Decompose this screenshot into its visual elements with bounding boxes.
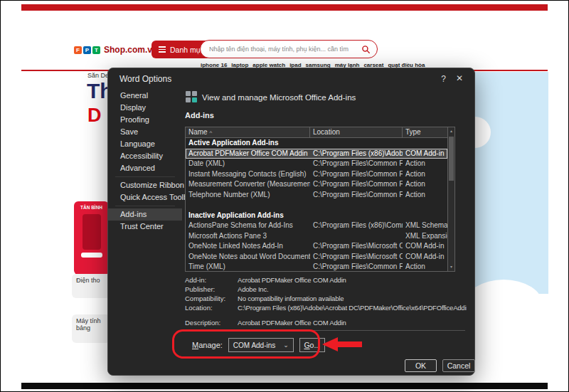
addins-page-header: View and manage Microsoft Office Add-ins (202, 93, 356, 102)
table-row[interactable]: Telephone Number (XML) C:\Program Files\… (186, 190, 447, 201)
fpt-logo-block-t: T (92, 46, 100, 54)
sidebar-item-general[interactable]: General (108, 90, 182, 102)
column-header-name-label: Name (188, 128, 208, 136)
search-icon[interactable] (361, 45, 371, 54)
sidebar-item-proofing[interactable]: Proofing (108, 114, 182, 126)
promo-banner-button (81, 253, 102, 258)
detail-value-publisher: Adobe Inc. (238, 285, 467, 294)
scroll-down-icon[interactable]: ▾ (448, 263, 454, 271)
group-header-inactive: Inactive Application Add-ins (186, 211, 447, 221)
sidebar-separator (115, 206, 175, 206)
addins-table: Name ^ Location Type Active Application … (185, 127, 455, 272)
ok-button[interactable]: OK (405, 359, 437, 372)
detail-label-compatibility: Compatibility: (185, 294, 238, 303)
menu-button-label: Danh mục (170, 46, 204, 54)
detail-label-publisher: Publisher: (185, 285, 238, 294)
addins-section-label: Add-ins (185, 111, 214, 120)
sort-asc-icon: ^ (209, 129, 212, 136)
scrollbar-thumb[interactable] (449, 137, 454, 181)
site-bottom-bar (21, 383, 548, 389)
column-header-name[interactable]: Name ^ (186, 127, 310, 137)
sidebar-item-save[interactable]: Save (108, 126, 182, 138)
promo-banner-text: TÂN BÌNH (78, 201, 106, 211)
sidebar-item-customize-ribbon[interactable]: Customize Ribbon (108, 179, 182, 191)
logo-text: Shop.com.vn (104, 45, 157, 55)
fpt-logo-block-p: P (83, 46, 91, 54)
table-body: Active Application Add-ins Acrobat PDFMa… (186, 138, 447, 271)
annotation-rectangle (172, 329, 320, 359)
promo-phone-image (83, 214, 101, 250)
deal-text: Săn De (87, 72, 109, 79)
sidebar-item-accessibility[interactable]: Accessibility (108, 150, 182, 162)
detail-value-location: C:\Program Files (x86)\Adobe\Acrobat DC\… (238, 303, 467, 312)
category-card-tablets[interactable]: Máy tính bảng (72, 314, 110, 343)
cancel-button[interactable]: Cancel (442, 359, 475, 372)
table-row-selected[interactable]: Acrobat PDFMaker Office COM Addin C:\Pro… (186, 149, 447, 159)
addin-details: Add-in: Acrobat PDFMaker Office COM Addi… (185, 275, 467, 327)
table-row[interactable]: ActionsPane Schema for Add-Ins C:\Progra… (186, 221, 447, 231)
table-row[interactable]: Measurement Converter (Measurement Conve… (186, 179, 447, 190)
promo-banner[interactable]: TÂN BÌNH (74, 201, 109, 275)
screenshot-canvas: F P T Shop.com.vn Danh mục iphone 16 lap… (0, 0, 569, 392)
table-row[interactable]: Time (XML) C:\Program Files\Common Files… (186, 262, 447, 271)
annotation-arrow-head (322, 337, 338, 351)
table-row[interactable]: Microsoft Actions Pane 3 XML Expansion P… (186, 231, 447, 242)
table-scrollbar[interactable]: ▴ ▾ (447, 127, 454, 271)
red-badge-fragment: D (87, 105, 102, 127)
table-header: Name ^ Location Type (186, 127, 447, 138)
group-header-active: Active Application Add-ins (186, 138, 447, 149)
sidebar-item-quick-access-toolbar[interactable]: Quick Access Toolbar (108, 191, 182, 203)
detail-label-addin: Add-in: (185, 275, 238, 285)
banner-curve-graphic (464, 280, 543, 329)
sidebar-separator (115, 176, 175, 177)
sidebar-item-add-ins[interactable]: Add-ins (108, 208, 182, 221)
table-row[interactable]: OneNote Notes about Word Documents C:\Pr… (186, 252, 447, 263)
search-input[interactable] (201, 46, 361, 53)
scroll-up-icon[interactable]: ▴ (448, 127, 454, 135)
detail-value-compatibility: No compatibility information available (238, 294, 467, 303)
table-spacer-row (186, 200, 447, 211)
column-header-location[interactable]: Location (310, 127, 403, 137)
sidebar-item-language[interactable]: Language (108, 138, 182, 150)
dialog-title: Word Options (119, 74, 171, 84)
sidebar-item-display[interactable]: Display (108, 102, 182, 114)
dialog-sidebar: General Display Proofing Save Language A… (108, 90, 182, 233)
table-row[interactable]: Date (XML) C:\Program Files\Common Files… (186, 159, 447, 169)
table-row[interactable]: Instant Messaging Contacts (English) C:\… (186, 169, 447, 180)
addins-icon (185, 90, 198, 103)
detail-label-description: Description: (185, 318, 238, 327)
table-row[interactable]: OneNote Linked Notes Add-In C:\Program F… (186, 241, 447, 252)
fptshop-logo[interactable]: F P T Shop.com.vn (74, 41, 157, 59)
detail-value-addin: Acrobat PDFMaker Office COM Addin (238, 275, 467, 285)
fpt-logo-block-f: F (74, 46, 82, 54)
annotation-arrow-shaft (336, 341, 362, 347)
search-bar[interactable] (200, 40, 378, 58)
help-icon[interactable]: ? (441, 74, 446, 84)
detail-label-location: Location: (185, 303, 238, 312)
close-icon[interactable]: ✕ (456, 73, 463, 83)
sidebar-item-trust-center[interactable]: Trust Center (108, 221, 182, 233)
hamburger-icon (159, 46, 166, 53)
category-card-phones[interactable]: Điện tho (72, 274, 110, 298)
column-header-type[interactable]: Type (403, 127, 447, 137)
site-top-bar (21, 4, 548, 11)
detail-value-description: Acrobat PDFMaker Office COM Addin (238, 318, 467, 327)
sidebar-item-advanced[interactable]: Advanced (108, 162, 182, 174)
